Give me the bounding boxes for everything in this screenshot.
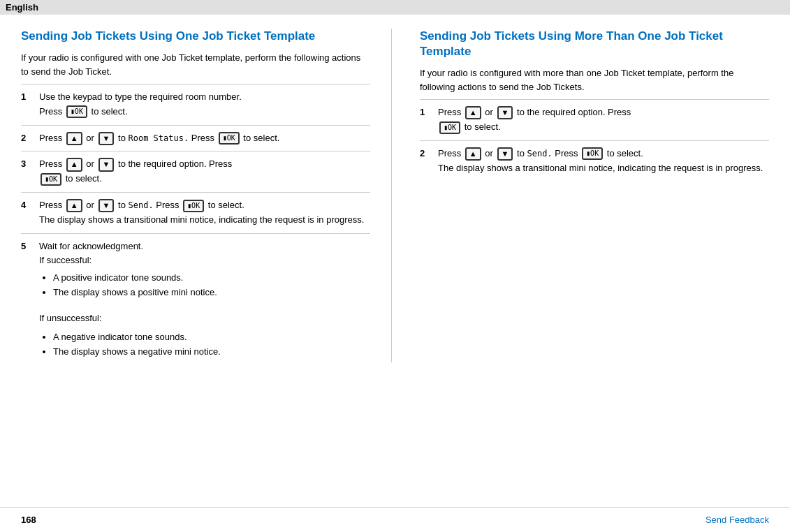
step-content: Press ▲ or ▼ to the required option. Pre… bbox=[438, 105, 769, 135]
step-content: Press ▲ or ▼ to Room Status. Press ▮OK t… bbox=[39, 131, 370, 146]
successful-list: A positive indicator tone sounds. The di… bbox=[39, 271, 370, 300]
step-number: 1 bbox=[420, 105, 431, 117]
right-step-2: 2 Press ▲ or ▼ to Send. Press ▮OK to sel… bbox=[420, 140, 769, 182]
bullet-item: A positive indicator tone sounds. bbox=[53, 271, 370, 286]
bullet-item: The display shows a positive mini notice… bbox=[53, 286, 370, 300]
unsuccessful-section: If unsuccessful: A negative indicator to… bbox=[21, 311, 370, 360]
step1-text: Use the keypad to type the required room… bbox=[39, 91, 242, 102]
step-number: 1 bbox=[21, 90, 32, 102]
if-successful-text: If successful: bbox=[39, 255, 92, 265]
bullet-item: A negative indicator tone sounds. bbox=[53, 330, 370, 345]
footer: 168 Send Feedback bbox=[0, 507, 790, 532]
step-content: Press ▲ or ▼ to the required option. Pre… bbox=[39, 157, 370, 186]
step-content: Press ▲ or ▼ to Send. Press ▮OK to selec… bbox=[438, 147, 769, 176]
send-code: Send. bbox=[129, 200, 154, 210]
left-column: Sending Job Tickets Using One Job Ticket… bbox=[21, 29, 392, 362]
ok-button-icon: ▮OK bbox=[183, 200, 204, 212]
left-steps: 1 Use the keypad to type the required ro… bbox=[21, 84, 370, 309]
left-step-2: 2 Press ▲ or ▼ to Room Status. Press ▮OK… bbox=[21, 125, 370, 152]
ok-button-icon: ▮OK bbox=[219, 132, 240, 145]
language-label: English bbox=[6, 2, 38, 13]
page-number: 168 bbox=[21, 515, 36, 525]
down-button-icon: ▼ bbox=[497, 106, 513, 119]
ok-button-icon: ▮OK bbox=[439, 121, 460, 134]
unsuccessful-list: A negative indicator tone sounds. The di… bbox=[39, 330, 370, 360]
right-intro: If your radio is configured with more th… bbox=[420, 66, 769, 94]
left-intro: If your radio is configured with one Job… bbox=[21, 51, 370, 78]
step-number: 3 bbox=[21, 157, 32, 169]
ok-button-icon: ▮OK bbox=[41, 173, 61, 186]
down-button-icon: ▼ bbox=[98, 132, 115, 145]
step2-sub: The display shows a transitional mini no… bbox=[438, 163, 763, 173]
step-number: 2 bbox=[21, 131, 32, 143]
up-button-icon: ▲ bbox=[465, 106, 481, 119]
right-column: Sending Job Tickets Using More Than One … bbox=[413, 29, 769, 362]
step-number: 2 bbox=[420, 147, 431, 158]
down-button-icon: ▼ bbox=[98, 199, 115, 212]
right-steps: 1 Press ▲ or ▼ to the required option. P… bbox=[420, 99, 769, 181]
up-button-icon: ▲ bbox=[66, 199, 82, 212]
ok-button-icon: ▮OK bbox=[582, 147, 603, 160]
right-title: Sending Job Tickets Using More Than One … bbox=[420, 29, 769, 59]
step-number: 5 bbox=[21, 239, 32, 251]
if-unsuccessful-text: If unsuccessful: bbox=[39, 311, 370, 325]
room-status-code: Room Status. bbox=[129, 133, 189, 143]
step4-sub: The display shows a transitional mini no… bbox=[39, 214, 364, 225]
language-bar: English bbox=[0, 0, 790, 15]
step-content: Use the keypad to type the required room… bbox=[39, 90, 370, 119]
step-content: Press ▲ or ▼ to Send. Press ▮OK to selec… bbox=[39, 198, 370, 228]
up-button-icon: ▲ bbox=[66, 132, 82, 145]
up-button-icon: ▲ bbox=[465, 147, 481, 161]
left-step-5: 5 Wait for acknowledgment. If successful… bbox=[21, 233, 370, 309]
right-step-1: 1 Press ▲ or ▼ to the required option. P… bbox=[420, 99, 769, 140]
down-button-icon: ▼ bbox=[98, 158, 115, 171]
step-number: 4 bbox=[21, 198, 32, 210]
up-button-icon: ▲ bbox=[66, 158, 82, 171]
send-code: Send. bbox=[527, 149, 553, 158]
send-feedback-link[interactable]: Send Feedback bbox=[705, 515, 769, 525]
left-step-4: 4 Press ▲ or ▼ to Send. Press ▮OK to sel… bbox=[21, 192, 370, 233]
left-step-3: 3 Press ▲ or ▼ to the required option. P… bbox=[21, 151, 370, 192]
down-button-icon: ▼ bbox=[497, 147, 513, 161]
step-content: Wait for acknowledgment. If successful: … bbox=[39, 239, 370, 303]
wait-text: Wait for acknowledgment. bbox=[39, 241, 143, 251]
left-step-1: 1 Use the keypad to type the required ro… bbox=[21, 84, 370, 125]
bullet-item: The display shows a negative mini notice… bbox=[53, 345, 370, 360]
ok-button-icon: ▮OK bbox=[66, 105, 87, 118]
main-content: Sending Job Tickets Using One Job Ticket… bbox=[0, 15, 790, 376]
left-title: Sending Job Tickets Using One Job Ticket… bbox=[21, 29, 370, 44]
